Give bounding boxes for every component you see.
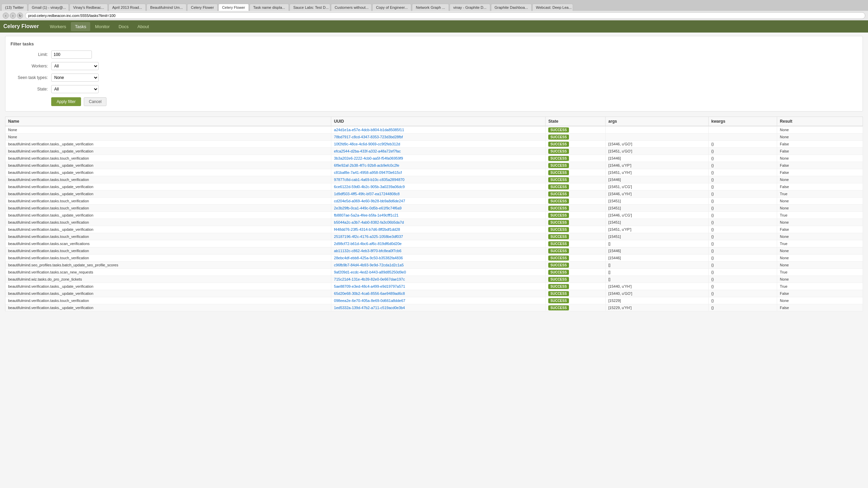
back-button[interactable]: ‹ (3, 13, 9, 19)
col-header-args: args (606, 117, 708, 126)
col-header-name: Name (5, 117, 331, 126)
state-select[interactable]: All (51, 85, 99, 93)
status-badge: SUCCESS (548, 184, 569, 189)
cell-result: None (777, 205, 863, 212)
cell-uuid: c81baf8e-7a41-4958-a958-0947f3e615cf (331, 169, 546, 176)
cell-kwargs: {} (708, 190, 777, 198)
browser-tab[interactable]: Beautifulmind Um... (146, 4, 186, 11)
table-row[interactable]: beautifulmind.verification.tasks._update… (5, 290, 863, 297)
cell-state: SUCCESS (546, 233, 606, 240)
status-badge: SUCCESS (548, 220, 569, 225)
table-row[interactable]: beautifulmind.verification.tasks.touch_v… (5, 155, 863, 162)
status-badge: SUCCESS (548, 291, 569, 296)
status-badge: SUCCESS (548, 177, 569, 182)
cell-name: beautifulmind.verification.tasks.touch_v… (5, 198, 331, 205)
table-row[interactable]: beautifulmind.verification.tasks.touch_v… (5, 297, 863, 304)
table-row[interactable]: None78bd7917-c8cd-4347-8353-723d3bd28fbf… (5, 134, 863, 141)
table-row[interactable]: beautifulmind.verification.tasks.touch_v… (5, 205, 863, 212)
browser-tab[interactable]: Task name displa... (250, 4, 289, 11)
cell-args (606, 126, 708, 134)
table-row[interactable]: beautifulmind.verification.tasks._update… (5, 148, 863, 155)
filter-state-row: State: All (11, 85, 857, 93)
cell-uuid: b5044a2c-a3b7-4ab0-8382-fa3c06b5da7d (331, 219, 546, 226)
table-row[interactable]: beautifulmind.verification.tasks.touch_v… (5, 176, 863, 183)
cell-state: SUCCESS (546, 283, 606, 290)
table-row[interactable]: beautifulmind.verification.tasks.touch_v… (5, 219, 863, 226)
cell-kwargs: {} (708, 240, 777, 247)
forward-button[interactable]: › (10, 13, 16, 19)
table-row[interactable]: beautifulmind.seo_profiles.tasks.batch_u… (5, 262, 863, 269)
cell-name: beautifulmind.verification.tasks.scan_ve… (5, 240, 331, 247)
table-row[interactable]: beautifulmind.verification.tasks.scan_ve… (5, 240, 863, 247)
state-label: State: (11, 87, 51, 92)
table-row[interactable]: beautifulmind.verification.tasks._update… (5, 162, 863, 169)
cell-args: [15446] (606, 255, 708, 262)
table-row[interactable]: beautifulmind.verification.tasks.touch_v… (5, 255, 863, 262)
cell-state: SUCCESS (546, 198, 606, 205)
table-row[interactable]: beautifulmind.wiz.tasks.do_pro_zone_tick… (5, 276, 863, 283)
table-row[interactable]: beautifulmind.verification.tasks._update… (5, 226, 863, 233)
cell-args: [15446, u'YH'] (606, 190, 708, 198)
browser-tab[interactable]: Sauce Labs: Test D... (290, 4, 330, 11)
cell-uuid: 65d20e68-30b2-4ca6-8556-6ae9489ad6c8 (331, 290, 546, 297)
filter-workers-row: Workers: All (11, 62, 857, 70)
cell-kwargs: {} (708, 141, 777, 148)
cell-uuid: cd204e5d-a069-4e60-9b28-bb9a8d6de247 (331, 198, 546, 205)
table-row[interactable]: beautifulmind.verification.tasks._update… (5, 283, 863, 290)
cell-result: False (777, 148, 863, 155)
cell-name: beautifulmind.verification.tasks._update… (5, 212, 331, 219)
status-badge: SUCCESS (548, 206, 569, 211)
url-bar[interactable] (25, 12, 865, 19)
refresh-button[interactable]: ↻ (17, 13, 23, 19)
table-row[interactable]: beautifulmind.verification.tasks._update… (5, 212, 863, 219)
cell-state: SUCCESS (546, 304, 606, 311)
browser-tab[interactable]: vinay - Graphite D... (450, 4, 490, 11)
table-row[interactable]: beautifulmind.verification.tasks._update… (5, 169, 863, 176)
table-row[interactable]: beautifulmind.verification.tasks._update… (5, 190, 863, 198)
workers-select[interactable]: All (51, 62, 99, 70)
cell-name: beautifulmind.verification.tasks._update… (5, 290, 331, 297)
cell-result: None (777, 198, 863, 205)
cell-name: None (5, 134, 331, 141)
cell-state: SUCCESS (546, 141, 606, 148)
table-row[interactable]: Nonea24d1e1a-e57e-4dcb-b804-b1da85085f11… (5, 126, 863, 134)
table-row[interactable]: beautifulmind.verification.tasks.touch_v… (5, 233, 863, 240)
table-row[interactable]: beautifulmind.verification.tasks._update… (5, 141, 863, 148)
table-row[interactable]: beautifulmind.verification.tasks.scan_ne… (5, 269, 863, 276)
browser-tab[interactable]: Graphite Dashboa... (491, 4, 532, 11)
nav-link-docs[interactable]: Docs (115, 22, 133, 31)
cell-uuid: 6ce6122d-59d0-4b2c-905b-3a0239a06dc9 (331, 183, 546, 190)
seen-types-select[interactable]: None (51, 74, 99, 82)
browser-tab[interactable]: Customers without... (331, 4, 372, 11)
browser-tab[interactable]: April 2013 Road... (108, 4, 146, 11)
browser-tab[interactable]: Gmail (1) - vinay@... (28, 4, 69, 11)
browser-tab[interactable]: (13) Twitter (1, 4, 27, 11)
apply-filter-button[interactable]: Apply filter (51, 97, 81, 106)
table-row[interactable]: beautifulmind.verification.tasks._update… (5, 304, 863, 311)
cell-result: False (777, 290, 863, 297)
cell-name: beautifulmind.verification.tasks._update… (5, 169, 331, 176)
browser-tab[interactable]: Webcast: Deep Lea... (532, 4, 573, 11)
nav-link-monitor[interactable]: Monitor (91, 22, 114, 31)
cell-state: SUCCESS (546, 205, 606, 212)
browser-tab[interactable]: Copy of Engineer... (372, 4, 412, 11)
browser-tab[interactable]: Celery Flower (218, 4, 249, 11)
browser-tab[interactable]: Network Graph ... (412, 4, 449, 11)
nav-link-about[interactable]: About (133, 22, 153, 31)
status-badge: SUCCESS (548, 135, 569, 140)
browser-tab[interactable]: Celery Flower (187, 4, 218, 11)
cancel-button[interactable]: Cancel (84, 97, 106, 106)
browser-tab[interactable]: Vinay's Redbeac... (70, 4, 108, 11)
status-badge: SUCCESS (548, 234, 569, 239)
table-row[interactable]: beautifulmind.verification.tasks.touch_v… (5, 198, 863, 205)
cell-kwargs: {} (708, 198, 777, 205)
cell-args: [15229, u'YH'] (606, 304, 708, 311)
nav-links: WorkersTasksMonitorDocsAbout (46, 22, 153, 31)
table-row[interactable]: beautifulmind.verification.tasks._update… (5, 183, 863, 190)
nav-link-workers[interactable]: Workers (46, 22, 70, 31)
status-badge: SUCCESS (548, 241, 569, 246)
cell-name: beautifulmind.verification.tasks.touch_v… (5, 205, 331, 212)
table-row[interactable]: beautifulmind.verification.tasks.touch_v… (5, 247, 863, 255)
nav-link-tasks[interactable]: Tasks (71, 22, 90, 31)
limit-input[interactable] (51, 50, 92, 59)
